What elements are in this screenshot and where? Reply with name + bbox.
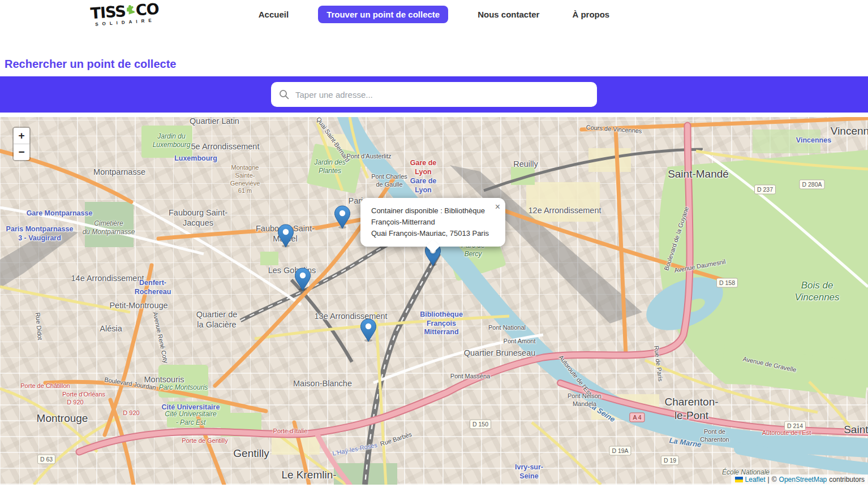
leaflet-link[interactable]: Leaflet <box>745 476 766 484</box>
search-box <box>271 82 597 107</box>
map-marker[interactable] <box>277 224 294 248</box>
openstreetmap-link[interactable]: OpenStreetMap <box>779 476 827 484</box>
zoom-in-button[interactable]: + <box>14 128 29 144</box>
search-band <box>0 76 868 113</box>
copyright-symbol: © <box>772 476 777 484</box>
map-marker[interactable] <box>334 205 351 229</box>
map-marker[interactable] <box>360 318 377 342</box>
nav-item-a-propos[interactable]: À propos <box>569 6 613 23</box>
popup-close-button[interactable]: × <box>495 200 500 214</box>
map-canvas[interactable]: Quartier Latin5e ArrondissementJardin du… <box>0 117 868 485</box>
popup-line2: Quai François-Mauriac, 75013 Paris <box>371 229 489 238</box>
search-icon <box>279 89 289 100</box>
main-nav: Accueil Trouver un point de collecte Nou… <box>0 6 868 23</box>
contributors-text: contributors <box>829 476 865 484</box>
top-navigation-bar: TISSCO SOLIDAIRE Accueil Trouver un poin… <box>0 0 868 46</box>
ukraine-flag-icon <box>735 477 743 482</box>
attribution-divider: | <box>768 476 770 484</box>
map-attribution: Leaflet | © OpenStreetMap contributors <box>732 474 868 485</box>
map-zoom-control: + − <box>12 127 31 161</box>
zoom-out-button[interactable]: − <box>14 144 29 160</box>
nav-item-nous-contacter[interactable]: Nous contacter <box>474 6 543 23</box>
popup-content: Container disponible : Bibliothèque Fran… <box>371 205 495 239</box>
popup-line1: Container disponible : Bibliothèque Fran… <box>371 206 485 226</box>
map-popup: × Container disponible : Bibliothèque Fr… <box>360 198 505 247</box>
address-search-input[interactable] <box>294 89 589 100</box>
map-marker[interactable] <box>294 267 311 291</box>
map-tiles <box>0 117 868 485</box>
nav-item-accueil[interactable]: Accueil <box>255 6 292 23</box>
page-title: Rechercher un point de collecte <box>5 58 868 71</box>
nav-item-trouver-point-collecte[interactable]: Trouver un point de collecte <box>318 6 448 23</box>
